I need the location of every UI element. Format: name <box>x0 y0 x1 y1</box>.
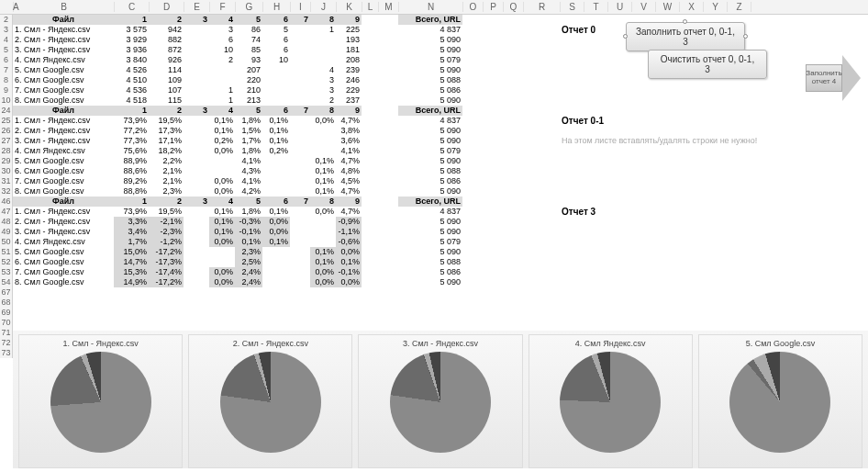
col-O[interactable]: O <box>463 2 484 12</box>
value-cell[interactable]: 19,5% <box>149 207 184 217</box>
value-cell[interactable]: 220 <box>235 75 262 85</box>
value-cell[interactable]: 0,0% <box>310 116 336 126</box>
value-cell[interactable]: 109 <box>149 75 184 85</box>
row-header[interactable]: 29 <box>0 156 12 166</box>
row-header[interactable]: 30 <box>0 166 12 176</box>
col-R[interactable]: R <box>524 2 561 12</box>
file-cell[interactable]: 1. Смл - Яндекс.csv <box>13 116 114 126</box>
value-cell[interactable]: 17,3% <box>149 126 184 136</box>
value-cell[interactable]: 107 <box>149 85 184 96</box>
value-cell[interactable]: 6 <box>262 45 290 55</box>
total-cell[interactable]: 5 086 <box>398 176 462 186</box>
value-cell[interactable]: 3 575 <box>114 25 149 35</box>
value-cell[interactable]: 210 <box>235 85 262 96</box>
row-header[interactable]: 50 <box>0 237 12 247</box>
value-cell[interactable]: 3 840 <box>114 55 149 65</box>
file-cell[interactable]: 7. Смл Google.csv <box>13 176 114 186</box>
total-cell[interactable]: 5 079 <box>398 55 462 65</box>
value-cell[interactable]: 1 <box>310 25 336 35</box>
value-cell[interactable]: 4,3% <box>235 166 262 176</box>
value-cell[interactable]: 4 518 <box>114 96 149 106</box>
file-cell[interactable]: 5. Смл Google.csv <box>13 156 114 166</box>
value-cell[interactable]: 15,3% <box>114 267 149 277</box>
row-header[interactable]: 48 <box>0 217 12 227</box>
value-cell[interactable]: 0,1% <box>209 207 235 217</box>
file-cell[interactable]: 2. Смл - Яндекс.csv <box>13 217 114 227</box>
value-cell[interactable]: 4 510 <box>114 75 149 85</box>
col-B[interactable]: B <box>14 2 115 12</box>
value-cell[interactable]: 0,0% <box>209 186 235 197</box>
row-header[interactable]: 68 <box>0 298 12 308</box>
col-Q[interactable]: Q <box>504 2 524 12</box>
total-cell[interactable]: 4 837 <box>398 207 462 217</box>
row-header[interactable]: 46 <box>0 197 12 207</box>
value-cell[interactable]: 0,1% <box>262 136 290 146</box>
col-U[interactable]: U <box>608 2 632 12</box>
value-cell[interactable]: 4,7% <box>336 186 362 197</box>
total-cell[interactable]: 5 090 <box>398 96 462 106</box>
value-cell[interactable]: 3 <box>310 75 336 85</box>
col-G[interactable]: G <box>236 2 263 12</box>
value-cell[interactable]: 0,0% <box>310 267 336 277</box>
file-cell[interactable]: 5. Смл Google.csv <box>13 65 114 75</box>
col-H[interactable]: H <box>263 2 291 12</box>
file-cell[interactable]: 6. Смл Google.csv <box>13 257 114 267</box>
value-cell[interactable]: 229 <box>336 85 362 96</box>
value-cell[interactable]: 4 526 <box>114 65 149 75</box>
value-cell[interactable]: 0,1% <box>310 257 336 267</box>
value-cell[interactable]: 2,1% <box>149 176 184 186</box>
value-cell[interactable]: 4,7% <box>336 156 362 166</box>
row-header[interactable]: 47 <box>0 207 12 217</box>
file-cell[interactable]: 3. Смл - Яндекс.csv <box>13 45 114 55</box>
row-header[interactable]: 27 <box>0 136 12 146</box>
value-cell[interactable]: -0,1% <box>336 267 362 277</box>
value-cell[interactable]: 0,0% <box>336 277 362 287</box>
value-cell[interactable]: 2,2% <box>149 156 184 166</box>
row-header[interactable]: 5 <box>0 45 12 55</box>
row-header[interactable]: 24 <box>0 106 12 116</box>
value-cell[interactable]: 4,5% <box>336 176 362 186</box>
value-cell[interactable]: 14,9% <box>114 277 149 287</box>
value-cell[interactable]: 225 <box>336 25 362 35</box>
value-cell[interactable]: 0,0% <box>262 227 290 237</box>
value-cell[interactable]: 85 <box>235 45 262 55</box>
value-cell[interactable]: 14,7% <box>114 257 149 267</box>
value-cell[interactable]: 0,1% <box>235 237 262 247</box>
value-cell[interactable]: 15,0% <box>114 247 149 257</box>
col-P[interactable]: P <box>484 2 504 12</box>
value-cell[interactable]: 77,3% <box>114 136 149 146</box>
value-cell[interactable]: 3 929 <box>114 35 149 45</box>
row-header[interactable]: 31 <box>0 176 12 186</box>
row-header[interactable]: 9 <box>0 85 12 96</box>
total-cell[interactable]: 4 837 <box>398 116 462 126</box>
total-cell[interactable]: 5 090 <box>398 65 462 75</box>
row-header[interactable]: 10 <box>0 96 12 106</box>
file-cell[interactable]: 4. Смл Яндекс.csv <box>13 146 114 156</box>
total-cell[interactable]: 5 090 <box>398 45 462 55</box>
row-header[interactable]: 70 <box>0 318 12 328</box>
total-cell[interactable]: 5 090 <box>398 247 462 257</box>
value-cell[interactable]: 1,7% <box>114 237 149 247</box>
value-cell[interactable]: 1,8% <box>235 116 262 126</box>
col-F[interactable]: F <box>210 2 236 12</box>
value-cell[interactable]: 0,0% <box>209 237 235 247</box>
value-cell[interactable]: 3,6% <box>336 136 362 146</box>
col-E[interactable]: E <box>184 2 210 12</box>
value-cell[interactable]: -1,2% <box>149 237 184 247</box>
total-cell[interactable]: 4 837 <box>398 25 462 35</box>
file-cell[interactable]: 8. Смл Google.csv <box>13 186 114 197</box>
value-cell[interactable]: 2 <box>209 55 235 65</box>
value-cell[interactable]: 0,0% <box>209 267 235 277</box>
value-cell[interactable]: 0,0% <box>262 217 290 227</box>
value-cell[interactable]: 0,0% <box>310 207 336 217</box>
value-cell[interactable]: 73,9% <box>114 116 149 126</box>
value-cell[interactable]: 88,8% <box>114 186 149 197</box>
file-cell[interactable]: 6. Смл Google.csv <box>13 75 114 85</box>
row-header[interactable]: 3 <box>0 25 12 35</box>
row-header[interactable]: 26 <box>0 126 12 136</box>
file-cell[interactable]: 4. Смл Яндекс.csv <box>13 237 114 247</box>
total-cell[interactable]: 5 090 <box>398 136 462 146</box>
value-cell[interactable]: 213 <box>235 96 262 106</box>
row-header[interactable]: 2 <box>0 15 12 25</box>
total-cell[interactable]: 5 079 <box>398 237 462 247</box>
